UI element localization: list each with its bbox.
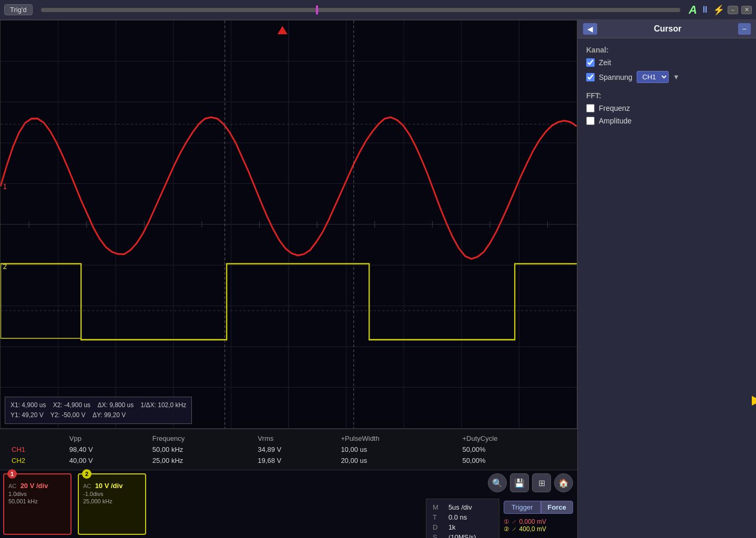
trig-ch2-value: 400,0 mV bbox=[519, 525, 546, 533]
s-value: (10MS/s) bbox=[448, 533, 476, 538]
trigger-force-row: Trigger Force bbox=[504, 501, 573, 514]
col-header-freq: Frequency bbox=[148, 433, 253, 443]
trig-ch2-icon: ② ⟋ bbox=[504, 525, 519, 533]
ch1-badge: 1 bbox=[7, 469, 17, 479]
frequenz-option[interactable]: Frequenz bbox=[586, 104, 748, 112]
amplitude-option[interactable]: Amplitude bbox=[586, 117, 748, 125]
col-header-duty: +DutyCycle bbox=[458, 433, 570, 443]
d-label: D bbox=[433, 523, 442, 531]
cursor-y1: Y1: 49,20 V bbox=[11, 411, 44, 419]
ch2-vpp: 40,00 V bbox=[65, 456, 147, 465]
ch2-duty-cycle: 50,00% bbox=[458, 456, 570, 465]
ch1-measurement-row: CH1 98,40 V 50,00 kHz 34,89 V 10,00 us 5… bbox=[7, 444, 570, 454]
trigger-button[interactable]: Trigger bbox=[504, 501, 541, 514]
pause-icon[interactable]: ⏸ bbox=[700, 4, 710, 15]
right-panel-body: ▶ bbox=[578, 296, 756, 539]
ch2-badge: 2 bbox=[82, 469, 91, 479]
trigger-readings: ① ⟋ 0,000 mV ② ⟋ 400,0 mV bbox=[504, 518, 573, 533]
ch1-volt-div: 20 V /div bbox=[21, 482, 48, 490]
minimize-button[interactable]: − bbox=[728, 6, 738, 14]
main-content: 2 1 X1: 4,900 us X2: -4,900 us ΔX: 9,800… bbox=[0, 20, 756, 538]
ch1-label: CH1 bbox=[7, 444, 64, 454]
ch1-duty-cycle: 50,00% bbox=[458, 444, 570, 454]
ch1-vpp: 98,40 V bbox=[65, 444, 147, 454]
ch2-ac-label: AC bbox=[83, 483, 91, 489]
slider-thumb bbox=[316, 5, 318, 15]
frequenz-checkbox[interactable] bbox=[586, 104, 595, 112]
timebase-slider[interactable] bbox=[41, 8, 680, 12]
ch2-divs: -1.0divs bbox=[83, 491, 141, 497]
cursor-x2: X2: -4,900 us bbox=[53, 401, 90, 409]
measurements-panel: Vpp Frequency Vrms +PulseWidth +DutyCycl… bbox=[0, 429, 577, 470]
ch1-pulse-width: 10,00 us bbox=[336, 444, 457, 454]
zeit-checkbox[interactable] bbox=[586, 58, 595, 67]
t-label: T bbox=[433, 513, 442, 521]
col-header-vpp: Vpp bbox=[65, 433, 147, 443]
right-arrow-indicator: ▶ bbox=[752, 392, 756, 407]
lightning-icon[interactable]: ⚡ bbox=[713, 4, 724, 16]
cursor-panel: ◀ Cursor − Kanal: Zeit Spannung CH1 CH2 … bbox=[577, 20, 756, 538]
cursor-dx: ΔX: 9,800 us bbox=[97, 401, 134, 409]
t-value: 0.0 ns bbox=[448, 513, 467, 521]
ch1-info-box[interactable]: 1 AC 20 V /div 1.0divs 50,001 kHz bbox=[3, 473, 71, 535]
col-header-empty bbox=[7, 433, 64, 443]
ch2-volt-div: 10 V /div bbox=[95, 482, 123, 490]
ch1-ac-label: AC bbox=[8, 483, 16, 489]
m-label: M bbox=[433, 503, 442, 511]
ch2-label: CH2 bbox=[7, 456, 64, 465]
force-button[interactable]: Force bbox=[541, 501, 573, 514]
ch2-vrms: 19,68 V bbox=[253, 456, 335, 465]
trig-ch1-value: 0,000 mV bbox=[519, 518, 546, 525]
cursor-x1: X1: 4,900 us bbox=[11, 401, 46, 409]
ch2-info-box[interactable]: 2 AC 10 V /div -1.0divs 25,000 kHz bbox=[78, 473, 146, 535]
fft-section-label: FFT: bbox=[586, 91, 748, 100]
spannung-checkbox[interactable] bbox=[586, 73, 595, 81]
bottom-controls: 1 AC 20 V /div 1.0divs 50,001 kHz 2 AC 1… bbox=[0, 470, 577, 538]
d-value: 1k bbox=[448, 523, 456, 531]
bottom-right: 🔍 💾 ⊞ 🏠 M 5us /div T bbox=[422, 470, 577, 538]
trigger-force-container: Trigger Force ① ⟋ 0,000 mV ② ⟋ 400,0 mV bbox=[499, 499, 573, 538]
top-icons: A ⏸ ⚡ − ✕ bbox=[689, 3, 752, 17]
col-header-pulse: +PulseWidth bbox=[336, 433, 457, 443]
waveform-area[interactable]: 2 1 X1: 4,900 us X2: -4,900 us ΔX: 9,800… bbox=[0, 20, 577, 429]
timebase-display: M 5us /div T 0.0 ns D 1k S bbox=[426, 499, 499, 538]
home-icon-button[interactable]: 🏠 bbox=[554, 473, 573, 492]
trig-status: Trig'd bbox=[4, 4, 33, 15]
m-value: 5us /div bbox=[448, 503, 472, 511]
kanal-section-label: Kanal: bbox=[586, 46, 748, 54]
measurements-table: Vpp Frequency Vrms +PulseWidth +DutyCycl… bbox=[6, 432, 571, 467]
ch2-freq: 25,000 kHz bbox=[83, 498, 141, 504]
s-label: S bbox=[433, 533, 442, 538]
cursor-header: ◀ Cursor − bbox=[578, 20, 756, 38]
share-icon-button[interactable]: ⊞ bbox=[532, 473, 551, 492]
save-icon-button[interactable]: 💾 bbox=[510, 473, 529, 492]
svg-text:2: 2 bbox=[3, 263, 7, 271]
cursor-inv-dx: 1/ΔX: 102,0 kHz bbox=[141, 401, 187, 409]
cursor-dy: ΔY: 99,20 V bbox=[93, 411, 126, 419]
cursor-info-box: X1: 4,900 us X2: -4,900 us ΔX: 9,800 us … bbox=[5, 397, 192, 424]
ch2-pulse-width: 20,00 us bbox=[336, 456, 457, 465]
close-button[interactable]: ✕ bbox=[741, 6, 752, 14]
cursor-body: Kanal: Zeit Spannung CH1 CH2 ▼ FFT: bbox=[578, 38, 756, 296]
ch-select[interactable]: CH1 CH2 bbox=[637, 71, 669, 83]
top-bar: Trig'd A ⏸ ⚡ − ✕ bbox=[0, 0, 756, 20]
ch1-divs: 1.0divs bbox=[8, 491, 66, 497]
spannung-option[interactable]: Spannung CH1 CH2 ▼ bbox=[586, 71, 748, 83]
cursor-title: Cursor bbox=[601, 24, 734, 34]
cursor-y2: Y2: -50,00 V bbox=[50, 411, 86, 419]
frequenz-label: Frequenz bbox=[599, 104, 630, 112]
zeit-label: Zeit bbox=[599, 58, 611, 67]
spannung-label: Spannung bbox=[599, 73, 632, 81]
fft-section: FFT: Frequenz Amplitude bbox=[586, 91, 748, 125]
svg-text:1: 1 bbox=[3, 182, 7, 191]
ch1-frequency: 50,00 kHz bbox=[148, 444, 253, 454]
cursor-back-button[interactable]: ◀ bbox=[583, 23, 597, 35]
amplitude-checkbox[interactable] bbox=[586, 117, 595, 125]
bottom-spacer bbox=[149, 470, 422, 538]
trig-ch1-icon: ① ⟋ bbox=[504, 518, 519, 525]
zeit-option[interactable]: Zeit bbox=[586, 58, 748, 67]
cursor-minus-button[interactable]: − bbox=[738, 23, 751, 35]
bottom-icons-row: 🔍 💾 ⊞ 🏠 bbox=[488, 473, 573, 492]
search-icon-button[interactable]: 🔍 bbox=[488, 473, 507, 492]
scope-panel: 2 1 X1: 4,900 us X2: -4,900 us ΔX: 9,800… bbox=[0, 20, 577, 538]
